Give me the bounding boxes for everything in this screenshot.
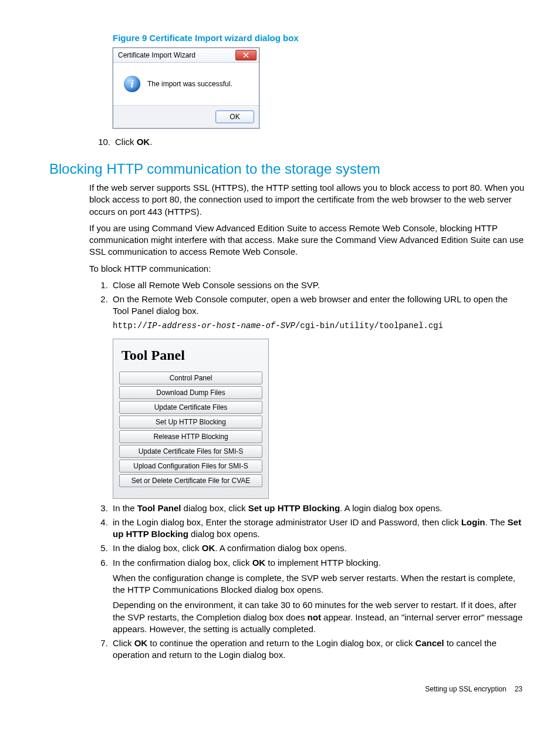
step-text: Click OK. bbox=[115, 137, 152, 147]
info-icon: i bbox=[124, 76, 140, 92]
text-bold: OK bbox=[252, 558, 266, 568]
list-item: On the Remote Web Console computer, open… bbox=[110, 293, 525, 318]
text-bold: OK bbox=[137, 137, 150, 147]
list-item: In the Tool Panel dialog box, click Set … bbox=[110, 502, 525, 514]
text: dialog box, click bbox=[181, 503, 248, 513]
tool-panel-dialog: Tool Panel Control Panel Download Dump F… bbox=[113, 339, 269, 499]
text: . A confirmation dialog box opens. bbox=[215, 543, 346, 553]
text-italic: IP-address-or-host-name-of-SVP bbox=[147, 321, 295, 330]
text: . The bbox=[485, 517, 507, 527]
url-code: http://IP-address-or-host-name-of-SVP/cg… bbox=[113, 321, 525, 330]
sub-paragraph: Depending on the environment, it can tak… bbox=[113, 599, 525, 635]
text: in the Login dialog box, Enter the stora… bbox=[113, 517, 461, 527]
text: dialog box opens. bbox=[188, 529, 260, 539]
text-bold: Login bbox=[461, 517, 485, 527]
tool-panel-button[interactable]: Update Certificate Files for SMI-S bbox=[119, 445, 262, 458]
cert-dialog-footer: OK bbox=[113, 105, 259, 128]
cert-dialog-message: The import was successful. bbox=[147, 80, 232, 88]
paragraph: To block HTTP communication: bbox=[89, 263, 525, 275]
footer-section: Setting up SSL encryption bbox=[425, 685, 506, 693]
tool-panel-button[interactable]: Download Dump Files bbox=[119, 386, 262, 399]
text-bold: OK bbox=[134, 638, 148, 648]
text: . bbox=[150, 137, 152, 147]
text-bold: Set up HTTP Blocking bbox=[248, 503, 340, 513]
cert-dialog-title: Certificate Import Wizard bbox=[118, 51, 195, 59]
text: http:// bbox=[113, 321, 147, 330]
text: In the dialog box, click bbox=[113, 543, 202, 553]
tool-panel-button[interactable]: Upload Configuration Files for SMI-S bbox=[119, 460, 262, 472]
numbered-steps: Close all Remote Web Console sessions on… bbox=[89, 279, 525, 318]
tool-panel-button[interactable]: Update Certificate Files bbox=[119, 401, 262, 414]
text: Close all Remote Web Console sessions on… bbox=[113, 280, 320, 290]
tool-panel-button[interactable]: Set Up HTTP Blocking bbox=[119, 416, 262, 428]
list-item: Close all Remote Web Console sessions on… bbox=[110, 279, 525, 291]
list-item: In the confirmation dialog box, click OK… bbox=[110, 557, 525, 636]
paragraph: If the web server supports SSL (HTTPS), … bbox=[89, 182, 525, 218]
section-heading: Blocking HTTP communication to the stora… bbox=[49, 161, 525, 177]
text: In the confirmation dialog box, click bbox=[113, 558, 252, 568]
text: Click bbox=[113, 638, 134, 648]
text: On the Remote Web Console computer, open… bbox=[113, 294, 508, 316]
cert-dialog-titlebar: Certificate Import Wizard bbox=[113, 48, 259, 63]
cert-import-dialog: Certificate Import Wizard i The import w… bbox=[113, 48, 259, 129]
page-footer: Setting up SSL encryption 23 bbox=[49, 685, 525, 693]
ok-button[interactable]: OK bbox=[215, 110, 254, 123]
text: Click bbox=[115, 137, 137, 147]
footer-page-number: 23 bbox=[515, 685, 522, 693]
tool-panel-title: Tool Panel bbox=[122, 347, 260, 363]
text-bold: not bbox=[308, 612, 321, 622]
text: /cgi-bin/utility/toolpanel.cgi bbox=[295, 321, 443, 330]
tool-panel-button[interactable]: Release HTTP Blocking bbox=[119, 430, 262, 443]
text-bold: OK bbox=[202, 543, 215, 553]
text: . A login dialog box opens. bbox=[340, 503, 442, 513]
step-number: 10. bbox=[89, 137, 115, 147]
list-item: In the dialog box, click OK. A confirmat… bbox=[110, 542, 525, 554]
text: to continue the operation and return to … bbox=[147, 638, 415, 648]
tool-panel-button[interactable]: Control Panel bbox=[119, 372, 262, 384]
paragraph: If you are using Command View Advanced E… bbox=[89, 222, 525, 258]
close-icon[interactable] bbox=[235, 50, 257, 60]
figure-caption: Figure 9 Certificate Import wizard dialo… bbox=[113, 33, 525, 43]
tool-panel-button[interactable]: Set or Delete Certificate File for CVAE bbox=[119, 474, 262, 487]
list-item: in the Login dialog box, Enter the stora… bbox=[110, 517, 525, 541]
text-bold: Tool Panel bbox=[137, 503, 181, 513]
sub-paragraph: When the configuration change is complet… bbox=[113, 572, 525, 596]
text: In the bbox=[113, 503, 137, 513]
text: to implement HTTP blocking. bbox=[265, 558, 380, 568]
cert-dialog-body: i The import was successful. bbox=[113, 63, 259, 105]
list-item: Click OK to continue the operation and r… bbox=[110, 637, 525, 661]
text-bold: Cancel bbox=[415, 638, 444, 648]
numbered-steps-continued: In the Tool Panel dialog box, click Set … bbox=[89, 502, 525, 661]
